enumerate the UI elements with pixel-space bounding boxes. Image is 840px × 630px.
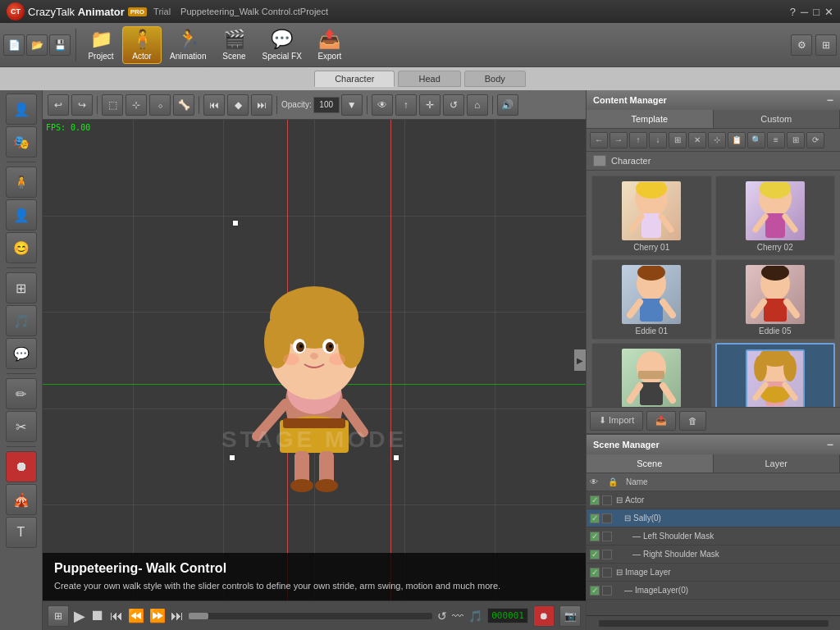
forward-button[interactable]: ⏩	[149, 608, 166, 623]
ct-btn-8[interactable]: 📋	[728, 132, 746, 148]
ct-btn-10[interactable]: ≡	[767, 132, 785, 148]
layer-lock-actor[interactable]	[602, 495, 612, 505]
draw-tool[interactable]: ✏	[6, 378, 37, 409]
prev-frame-button[interactable]: ⏮	[110, 609, 123, 623]
help-button[interactable]: ?	[790, 6, 796, 18]
layer-expand-actor[interactable]: ⊟	[616, 495, 623, 504]
character-figure[interactable]	[232, 223, 396, 502]
import-button[interactable]: ⬇ Import	[590, 411, 643, 431]
next-key[interactable]: ⏭	[251, 94, 272, 116]
transform-button[interactable]: ⊹	[126, 94, 147, 116]
camera-button[interactable]: 📷	[559, 605, 581, 627]
pose-tool[interactable]: 🧍	[6, 167, 37, 198]
ct-btn-11[interactable]: ⊞	[787, 132, 805, 148]
scene-tab-scene[interactable]: Scene	[587, 454, 714, 472]
layer-row-image-layer[interactable]: ✓ ⊟ Image Layer	[587, 564, 840, 582]
delete-char-button[interactable]: 🗑	[679, 411, 706, 431]
grid-button[interactable]: ⊞	[815, 34, 837, 56]
motion-tool[interactable]: 👤	[6, 199, 37, 231]
ct-btn-5[interactable]: ⊞	[669, 132, 687, 148]
layer-row-lsm[interactable]: ✓ — Left Shoulder Mask	[587, 527, 840, 546]
scene-scrollbar[interactable]	[599, 620, 829, 627]
layer-row-rsm[interactable]: ✓ — Right Shoulder Mask	[587, 546, 840, 564]
speaker-button[interactable]: 🔊	[497, 94, 518, 116]
layer-vis-sally[interactable]: ✓	[590, 514, 600, 523]
tab-head[interactable]: Head	[398, 71, 460, 87]
scene-manager-close[interactable]: −	[827, 438, 833, 451]
layer-vis-il[interactable]: ✓	[590, 568, 600, 578]
layer-lock-lsm[interactable]	[602, 532, 612, 541]
rewind-button[interactable]: ⏪	[128, 608, 144, 623]
bone-button[interactable]: 🦴	[173, 94, 194, 116]
stop-button[interactable]: ⏹	[90, 607, 105, 624]
special-fx-button[interactable]: 💬 Special FX	[255, 26, 308, 64]
play-button[interactable]: ▶	[74, 607, 85, 625]
marker-btn[interactable]: ◆	[227, 94, 249, 116]
char-card-cherry02[interactable]: Cherry 02	[715, 176, 836, 256]
char-card-eddie01[interactable]: Eddie 01	[591, 259, 712, 340]
layer-lock-sally[interactable]	[602, 514, 612, 523]
opacity-dropdown[interactable]: ▼	[341, 94, 363, 116]
record-button[interactable]: ⏺	[6, 451, 37, 482]
viewport-arrow[interactable]: ▶	[574, 349, 586, 371]
scene-button[interactable]: 🎬 Scene	[214, 26, 253, 64]
rotate-button[interactable]: ↺	[443, 94, 464, 116]
opacity-input[interactable]	[313, 97, 340, 113]
layer-lock-il[interactable]	[602, 568, 612, 578]
face-tool[interactable]: 😊	[6, 232, 37, 263]
timeline-slider[interactable]	[189, 613, 432, 619]
timeline-settings[interactable]: ⊞	[48, 605, 69, 627]
layer-row-sally[interactable]: ✓ ⊟ Sally(0)	[587, 509, 840, 527]
repeat-button[interactable]: ↺	[437, 609, 447, 623]
actor-button[interactable]: 🧍 Actor	[122, 26, 162, 64]
scene-tab-layer[interactable]: Layer	[714, 454, 841, 472]
move-all-button[interactable]: ✛	[419, 94, 441, 116]
char-card-cherry01[interactable]: Cherry 01	[591, 176, 712, 256]
maximize-button[interactable]: □	[813, 6, 819, 18]
close-button[interactable]: ✕	[824, 6, 833, 18]
layer-expand-il[interactable]: ⊟	[616, 568, 623, 577]
minimize-button[interactable]: ─	[801, 6, 808, 18]
transform-tool[interactable]: ⊞	[6, 272, 37, 304]
redo-button[interactable]: ↪	[71, 94, 93, 116]
music-button[interactable]: 🎵	[468, 609, 482, 623]
ct-btn-12[interactable]: ⟳	[806, 132, 824, 148]
puppet-tool[interactable]: 🎪	[6, 484, 37, 515]
ct-btn-9[interactable]: 🔍	[747, 132, 765, 148]
layer-expand-sally[interactable]: ⊟	[624, 514, 631, 523]
settings-button[interactable]: ⚙	[791, 34, 812, 56]
new-button[interactable]: 📄	[3, 34, 25, 56]
actor-tool[interactable]: 🎭	[6, 126, 37, 158]
lasso-button[interactable]: ⬦	[149, 94, 171, 116]
ct-btn-6[interactable]: ✕	[688, 132, 706, 148]
ct-btn-7[interactable]: ⊹	[708, 132, 726, 148]
tab-template[interactable]: Template	[587, 110, 714, 128]
layer-lock-il0[interactable]	[602, 586, 612, 596]
ct-btn-2[interactable]: →	[609, 132, 628, 148]
layer-vis-rsm[interactable]: ✓	[590, 550, 600, 559]
select-tool[interactable]: 👤	[6, 94, 37, 125]
ct-btn-1[interactable]: ←	[590, 132, 608, 148]
record-timeline[interactable]: ⏺	[533, 605, 555, 627]
eye-button[interactable]: 👁	[372, 94, 393, 116]
export-button[interactable]: 📤 Export	[310, 26, 349, 64]
char-card-eddie05[interactable]: Eddie 05	[715, 259, 836, 340]
char-card-sally[interactable]: Sally	[715, 343, 836, 407]
tab-body[interactable]: Body	[464, 71, 526, 87]
project-button[interactable]: 📁 Project	[81, 26, 121, 64]
layer-row-il0[interactable]: ✓ — ImageLayer(0)	[587, 582, 840, 600]
content-manager-close[interactable]: −	[827, 94, 833, 107]
ct-btn-3[interactable]: ↑	[629, 132, 647, 148]
undo-button[interactable]: ↩	[48, 94, 69, 116]
layer-vis-il0[interactable]: ✓	[590, 586, 600, 596]
sel-handle-right[interactable]	[393, 454, 399, 461]
char-card-rosenberg[interactable]: Mr. Rosenberg	[591, 343, 712, 407]
text-tool[interactable]: T	[6, 517, 37, 548]
animation-button[interactable]: 🏃 Animation	[163, 26, 212, 64]
prev-key[interactable]: ⏮	[203, 94, 225, 116]
note-tool[interactable]: 🎵	[6, 305, 37, 336]
sel-handle-left[interactable]	[229, 454, 235, 461]
select-button[interactable]: ⬚	[102, 94, 123, 116]
tab-character[interactable]: Character	[314, 71, 395, 87]
edit-tool[interactable]: ✂	[6, 411, 37, 442]
